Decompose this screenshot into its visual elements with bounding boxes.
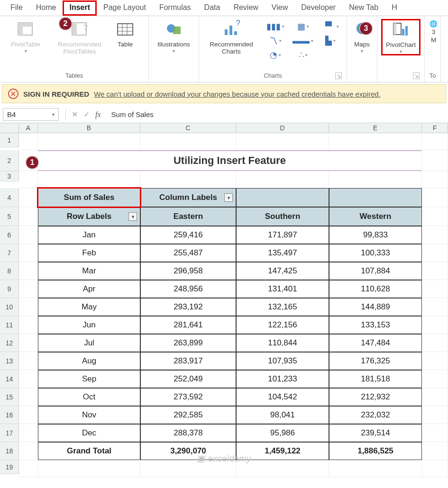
- empty-cell[interactable]: [422, 207, 448, 226]
- pivot-value[interactable]: 263,899: [140, 334, 236, 352]
- empty-cell[interactable]: [19, 298, 38, 316]
- empty-cell[interactable]: [422, 424, 448, 442]
- pivot-value[interactable]: 104,542: [236, 388, 329, 406]
- pivot-header-blank[interactable]: [236, 188, 329, 207]
- row-header[interactable]: 6: [0, 226, 19, 244]
- tab-newtab[interactable]: New Tab: [342, 0, 385, 16]
- pivot-value[interactable]: 292,585: [140, 406, 236, 424]
- pivot-value[interactable]: 176,325: [329, 352, 422, 370]
- waterfall-chart-button[interactable]: ▝▘▾: [319, 20, 342, 33]
- tab-view[interactable]: View: [265, 0, 294, 16]
- row-header[interactable]: 5: [0, 207, 19, 226]
- pivot-month[interactable]: Mar: [38, 262, 140, 280]
- row-header[interactable]: 12: [0, 334, 19, 352]
- empty-cell[interactable]: [422, 298, 448, 316]
- row-header[interactable]: 10: [0, 298, 19, 316]
- threeD-map-button[interactable]: 🌐 3 M: [429, 19, 439, 45]
- empty-cell[interactable]: [422, 370, 448, 388]
- pivot-value[interactable]: 135,497: [236, 244, 329, 262]
- recommended-charts-button[interactable]: ? Recommended Charts: [203, 19, 260, 56]
- pivot-value[interactable]: 252,049: [140, 370, 236, 388]
- pivot-month[interactable]: May: [38, 298, 140, 316]
- pivot-grand-total-value[interactable]: 1,459,122: [236, 442, 329, 460]
- empty-cell[interactable]: [140, 460, 236, 477]
- pivotchart-button[interactable]: PivotChart ▾: [381, 19, 421, 55]
- formula-value[interactable]: Sum of Sales: [104, 110, 154, 118]
- row-header[interactable]: 13: [0, 352, 19, 370]
- pivot-value[interactable]: 100,333: [329, 244, 422, 262]
- pivot-sum-of-sales[interactable]: Sum of Sales: [38, 188, 140, 207]
- pivot-value[interactable]: 107,935: [236, 352, 329, 370]
- bar-chart-button[interactable]: ▬▬▾: [291, 34, 315, 47]
- row-header[interactable]: 8: [0, 262, 19, 280]
- pivot-month[interactable]: Dec: [38, 424, 140, 442]
- empty-cell[interactable]: [422, 352, 448, 370]
- pivot-value[interactable]: 131,401: [236, 280, 329, 298]
- pivot-value[interactable]: 293,192: [140, 298, 236, 316]
- row-header[interactable]: 16: [0, 406, 19, 424]
- empty-cell[interactable]: [19, 406, 38, 424]
- empty-cell[interactable]: [422, 280, 448, 298]
- pivot-value[interactable]: 232,032: [329, 406, 422, 424]
- empty-cell[interactable]: [38, 133, 140, 150]
- row-header[interactable]: 18: [0, 442, 19, 460]
- col-header[interactable]: C: [140, 123, 236, 133]
- row-header[interactable]: 1: [0, 133, 19, 147]
- tab-insert[interactable]: Insert: [63, 0, 97, 16]
- pivot-grand-total-value[interactable]: 1,886,525: [329, 442, 422, 460]
- pivot-value[interactable]: 273,592: [140, 388, 236, 406]
- pivottable-button[interactable]: PivotTable ▾: [4, 19, 47, 54]
- empty-cell[interactable]: [19, 207, 38, 226]
- pivot-month[interactable]: Jan: [38, 226, 140, 244]
- empty-cell[interactable]: [19, 352, 38, 370]
- empty-cell[interactable]: [422, 244, 448, 262]
- row-header[interactable]: 4: [0, 188, 19, 207]
- empty-cell[interactable]: [422, 171, 448, 188]
- cancel-formula-icon[interactable]: ✕: [69, 110, 81, 119]
- pivot-header-blank[interactable]: [329, 188, 422, 207]
- pivot-month[interactable]: Apr: [38, 280, 140, 298]
- empty-cell[interactable]: [19, 316, 38, 334]
- pivot-value[interactable]: 147,484: [329, 334, 422, 352]
- empty-cell[interactable]: [422, 334, 448, 352]
- pivot-grand-total-value[interactable]: 3,290,070: [140, 442, 236, 460]
- pivot-month[interactable]: Jun: [38, 316, 140, 334]
- row-header[interactable]: 19: [0, 460, 19, 474]
- filter-dropdown-icon[interactable]: ▾: [224, 193, 233, 202]
- pivot-value[interactable]: 107,884: [329, 262, 422, 280]
- row-header[interactable]: 7: [0, 244, 19, 262]
- pivot-month[interactable]: Jul: [38, 334, 140, 352]
- row-header[interactable]: 15: [0, 388, 19, 406]
- close-icon[interactable]: ✕: [8, 89, 18, 99]
- empty-cell[interactable]: [329, 133, 422, 150]
- empty-cell[interactable]: [140, 133, 236, 150]
- pivot-value[interactable]: 110,844: [236, 334, 329, 352]
- col-header[interactable]: A: [19, 123, 38, 133]
- column-chart-button[interactable]: ▮▮▮▾: [264, 20, 287, 33]
- pivot-value[interactable]: 171,897: [236, 226, 329, 244]
- empty-cell[interactable]: [19, 188, 38, 207]
- pivot-value[interactable]: 248,956: [140, 280, 236, 298]
- empty-cell[interactable]: [236, 133, 329, 150]
- empty-cell[interactable]: [422, 316, 448, 334]
- pivot-month[interactable]: Nov: [38, 406, 140, 424]
- empty-cell[interactable]: [19, 424, 38, 442]
- empty-cell[interactable]: [19, 262, 38, 280]
- pivot-region-header[interactable]: Western: [329, 207, 422, 226]
- pivot-column-labels[interactable]: Column Labels▾: [140, 188, 236, 207]
- empty-cell[interactable]: [19, 460, 38, 477]
- tab-developer[interactable]: Developer: [294, 0, 342, 16]
- message-link[interactable]: We can't upload or download your changes…: [94, 90, 381, 98]
- pivot-month[interactable]: Sep: [38, 370, 140, 388]
- insert-function-icon[interactable]: fx: [92, 110, 104, 119]
- empty-cell[interactable]: [19, 370, 38, 388]
- pivot-value[interactable]: 283,917: [140, 352, 236, 370]
- pivot-value[interactable]: 101,233: [236, 370, 329, 388]
- col-header[interactable]: B: [38, 123, 140, 133]
- empty-cell[interactable]: [19, 388, 38, 406]
- pivot-value[interactable]: 212,932: [329, 388, 422, 406]
- col-header[interactable]: F: [422, 123, 448, 133]
- row-header[interactable]: 17: [0, 424, 19, 442]
- treemap-chart-button[interactable]: ▦▾: [291, 20, 315, 33]
- tab-help-partial[interactable]: H: [385, 0, 404, 16]
